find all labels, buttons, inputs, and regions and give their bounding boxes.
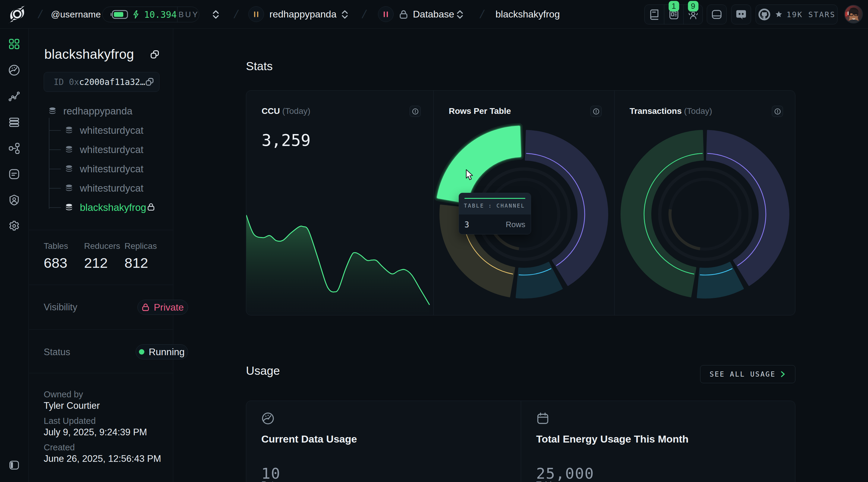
database-icon [65,127,73,134]
breadcrumb-slash: / [479,8,485,21]
log-file-icon [8,168,20,180]
username-breadcrumb[interactable]: @username [51,9,101,20]
buy-energy-button[interactable]: BUY [177,7,199,22]
tooltip-title: TABLE : CHANNEL [464,203,526,209]
stat-replicas: Replicas 812 [124,241,167,271]
user-avatar[interactable] [844,5,863,24]
tree-connector [49,118,67,209]
chart-network-icon [8,90,20,102]
chevron-right-icon [779,370,786,378]
running-dot [139,349,144,355]
last-updated: Last Updated July 9, 2025, 9:24:39 PM [44,416,147,438]
database-id-pill[interactable]: ID 0x c2000af11a32… [44,72,159,92]
breadcrumb-slash: / [361,8,367,21]
identity-status-icon [248,6,264,22]
shield-user-icon [8,194,20,206]
rail-overview-item[interactable] [8,38,20,50]
discord-button[interactable] [731,4,751,24]
usage-card: Current Data Usage 10 Bytes Total Energy… [246,401,795,482]
ccu-title: CCU (Today) [261,106,310,116]
tree-lock-icon [147,203,155,211]
energy-usage-cell: Total Energy Usage This Month 25,000 TeV [536,412,689,482]
star-icon [775,10,783,19]
collapse-sidebar-button[interactable] [8,459,20,471]
top-bar: / @username 10.394 BUY / [0,0,868,29]
status-pill: Running [135,344,188,359]
stat-reducers: Reducers 212 [84,241,124,271]
module-selector-chevrons-icon[interactable] [456,10,464,19]
identity-selector-chevrons-icon[interactable] [341,10,349,19]
gauge-icon [8,64,20,76]
rail-settings-item[interactable] [8,220,20,232]
info-icon [774,108,781,115]
gear-icon [8,220,20,232]
database-icon [48,107,57,115]
visibility-pill[interactable]: Private [137,300,188,315]
id-label: ID [54,77,64,87]
community-badge: 9 [688,1,698,11]
data-usage-cell: Current Data Usage 10 Bytes [261,412,357,482]
rail-metrics-item[interactable] [8,90,20,102]
energy-selector-chevrons-icon[interactable] [212,10,220,19]
module-breadcrumb[interactable]: Database [413,9,454,20]
gauge-icon [261,412,275,425]
module-status-icon [378,6,394,22]
ccu-area-chart [246,91,433,315]
spacetimedb-logo-icon[interactable] [7,4,27,24]
tooltip-accent-line [464,198,525,199]
private-lock-icon [142,303,150,312]
tree-item-replica[interactable]: whitesturdycat [65,124,144,136]
github-stars-button[interactable]: 19K STARS [755,4,838,24]
tree-item-replica[interactable]: whitesturdycat [65,182,144,194]
rows-icon [8,116,20,128]
tree-item-active-database[interactable]: blackshakyfrog [65,201,146,214]
database-icon [65,146,73,154]
panel-toggle-button[interactable] [707,4,727,24]
docs-button[interactable] [645,5,664,24]
database-icon [65,165,73,173]
status-value: Running [149,347,184,358]
tree-item-identity[interactable]: redhappypanda [48,105,132,117]
tree-item-replica[interactable]: whitesturdycat [65,144,144,156]
module-lock-icon [399,10,408,19]
database-breadcrumb[interactable]: blackshakyfrog [495,9,560,20]
rail-tables-item[interactable] [8,116,20,128]
info-icon [592,108,600,115]
changelog-button[interactable]: 1 [664,5,683,24]
database-icon [65,184,73,192]
status-label: Status [44,347,70,358]
donut-slice-highlight [438,127,520,202]
calendar-icon [536,412,550,425]
donut-tooltip: TABLE : CHANNEL 3 Rows [459,193,531,234]
see-all-usage-button[interactable]: SEE ALL USAGE [700,365,795,383]
stat-tables: Tables 683 [44,241,84,271]
sidebar-database-title: blackshakyfrog [44,47,134,62]
battery-icon [110,10,128,19]
icon-rail [0,29,29,482]
window-panel-icon [711,9,722,20]
data-usage-unit: Bytes [261,480,357,482]
usage-heading: Usage [246,364,280,378]
identity-breadcrumb[interactable]: redhappypanda [270,9,336,20]
rail-logs-item[interactable] [8,168,20,180]
created: Created June 26, 2025, 12:56:43 PM [44,443,161,464]
mouse-cursor [464,169,476,182]
tooltip-value: 3 [464,220,469,229]
tree-item-replica[interactable]: whitesturdycat [65,163,144,175]
data-usage-title: Current Data Usage [261,433,357,445]
rail-reducers-item[interactable] [8,142,20,154]
database-sidebar: blackshakyfrog ID 0x c2000af11a32… redha… [29,29,173,482]
energy-balance-pill[interactable]: 10.394 BUY [102,7,199,22]
rail-identity-item[interactable] [8,194,20,206]
changelog-badge: 1 [669,1,679,11]
copy-id-icon[interactable] [145,77,154,87]
visibility-label: Visibility [44,302,77,313]
workflow-icon [8,142,20,154]
ccu-info-button[interactable] [410,106,421,117]
energy-value: 10.394 [144,9,177,20]
breadcrumb-slash: / [37,8,43,21]
copy-name-icon[interactable] [150,50,160,59]
community-button[interactable]: 9 [683,5,703,24]
github-icon [758,8,771,21]
rail-dashboard-item[interactable] [8,64,20,76]
